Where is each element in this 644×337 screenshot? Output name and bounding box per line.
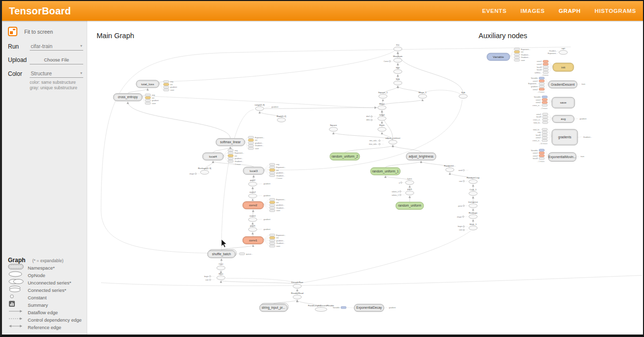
constant-node[interactable] — [463, 169, 465, 171]
graph-node-Sub[interactable] — [394, 81, 402, 85]
satellite-chip[interactable] — [542, 96, 547, 98]
satellite-chip[interactable] — [543, 63, 548, 65]
tab-images[interactable]: IMAGES — [521, 8, 545, 14]
satellite-chip[interactable] — [269, 174, 275, 177]
satellite-chip[interactable] — [514, 56, 520, 58]
satellite-chip[interactable] — [269, 164, 275, 166]
tab-graph[interactable]: GRAPH — [559, 8, 581, 14]
constant-node[interactable] — [463, 216, 464, 218]
satellite-chip[interactable] — [269, 239, 275, 242]
satellite-chip[interactable] — [269, 210, 275, 212]
graph-node-range[interactable] — [378, 116, 386, 120]
satellite-chip[interactable] — [341, 306, 346, 309]
satellite-chip[interactable] — [269, 234, 275, 236]
constant-node[interactable] — [210, 276, 211, 277]
graph-node-Mean[interactable] — [378, 106, 386, 110]
satellite-chip[interactable] — [543, 68, 548, 71]
satellite-chip[interactable] — [539, 88, 544, 91]
satellite-chip[interactable] — [269, 242, 275, 245]
satellite-chip[interactable] — [248, 142, 254, 144]
satellite-chip[interactable] — [542, 137, 547, 139]
graph-node-Rank[interactable] — [378, 127, 386, 131]
graph-node-sqrt_aux[interactable] — [559, 51, 568, 55]
graph-node-FixedLengthRecordReader[interactable] — [315, 307, 327, 311]
graph-node-Reshape_1_3[interactable] — [201, 170, 209, 174]
satellite-chip[interactable] — [228, 152, 233, 154]
satellite-chip[interactable] — [539, 157, 544, 160]
satellite-chip[interactable] — [269, 245, 275, 247]
satellite-chip[interactable] — [542, 134, 547, 136]
tab-events[interactable]: EVENTS — [482, 8, 507, 14]
satellite-chip[interactable] — [539, 80, 544, 82]
graph-node-Square[interactable] — [329, 127, 338, 131]
satellite-chip[interactable] — [163, 83, 169, 86]
constant-node[interactable] — [463, 180, 465, 182]
satellite-chip[interactable] — [145, 99, 151, 102]
satellite-chip[interactable] — [514, 48, 520, 51]
satellite-chip[interactable] — [543, 66, 548, 68]
constant-node[interactable] — [379, 140, 380, 141]
satellite-chip[interactable] — [542, 101, 547, 104]
graph-node-Reshape[interactable] — [469, 215, 478, 219]
satellite-chip[interactable] — [269, 237, 275, 239]
constant-node[interactable] — [463, 205, 465, 207]
graph-node-Rank_1_2[interactable] — [277, 118, 286, 122]
graph-node-DecodeRaw[interactable] — [293, 284, 302, 288]
run-select[interactable]: cifar-train ▾ — [30, 42, 83, 51]
graph-node-Mean_1[interactable] — [419, 94, 427, 98]
satellite-chip[interactable] — [542, 128, 547, 131]
satellite-chip[interactable] — [145, 97, 151, 99]
satellite-chip[interactable] — [542, 116, 548, 118]
constant-node[interactable] — [371, 116, 373, 117]
satellite-chip[interactable] — [145, 102, 151, 105]
satellite-chip[interactable] — [539, 85, 544, 88]
color-select[interactable]: Structure ▾ — [30, 69, 83, 78]
satellite-chip[interactable] — [514, 59, 520, 61]
graph-node-ReaderRead[interactable] — [293, 295, 302, 299]
satellite-chip[interactable] — [543, 60, 548, 63]
constant-node[interactable] — [371, 119, 373, 121]
constant-node[interactable] — [195, 173, 197, 174]
satellite-chip[interactable] — [542, 139, 547, 142]
constant-node[interactable] — [463, 229, 465, 231]
graph-node-transpose[interactable] — [469, 204, 478, 208]
satellite-chip[interactable] — [542, 131, 547, 134]
satellite-chip[interactable] — [248, 139, 254, 141]
graph-node-Div[interactable] — [394, 47, 402, 51]
satellite-chip[interactable] — [539, 155, 544, 157]
satellite-chip[interactable] — [228, 155, 233, 157]
satellite-chip[interactable] — [228, 160, 233, 163]
satellite-chip[interactable] — [145, 94, 151, 96]
graph-node-range_1_3[interactable] — [256, 107, 264, 111]
graph-node-pack[interactable] — [406, 191, 414, 195]
graph-node-Sub_2[interactable] — [459, 94, 468, 98]
satellite-chip[interactable] — [228, 157, 233, 160]
satellite-chip[interactable] — [514, 54, 520, 56]
constant-node[interactable] — [210, 279, 211, 281]
satellite-chip[interactable] — [269, 171, 275, 174]
constant-node[interactable] — [463, 226, 465, 227]
satellite-chip[interactable] — [539, 152, 544, 154]
graph-node-pool1[interactable] — [249, 227, 257, 231]
fit-to-screen-label[interactable]: Fit to screen — [24, 29, 53, 35]
graph-node-Cast_1[interactable] — [469, 191, 478, 195]
graph-node-adjust_contrast[interactable] — [389, 140, 397, 144]
graph-node-Maximum[interactable] — [394, 58, 402, 62]
fit-to-screen-icon[interactable] — [8, 27, 17, 36]
satellite-chip[interactable] — [248, 136, 254, 139]
graph-node-norm1[interactable] — [249, 218, 257, 222]
constant-node[interactable] — [400, 191, 401, 192]
satellite-chip[interactable] — [542, 121, 548, 124]
graph-node-RandomU[interactable] — [446, 168, 454, 171]
graph-node-Square_1[interactable] — [379, 94, 387, 98]
satellite-chip[interactable] — [163, 89, 169, 91]
graph-node-Less[interactable] — [406, 180, 414, 184]
graph-canvas[interactable]: avginitgradientsaveavginitgradientsaveEx… — [87, 21, 644, 335]
satellite-chip[interactable] — [543, 71, 548, 74]
satellite-chip[interactable] — [539, 149, 544, 152]
satellite-chip[interactable] — [269, 166, 275, 168]
satellite-chip[interactable] — [514, 51, 520, 53]
graph-node-norm2[interactable] — [249, 194, 257, 198]
satellite-chip[interactable] — [269, 207, 275, 209]
graph-node-Slice_1[interactable] — [469, 226, 478, 230]
